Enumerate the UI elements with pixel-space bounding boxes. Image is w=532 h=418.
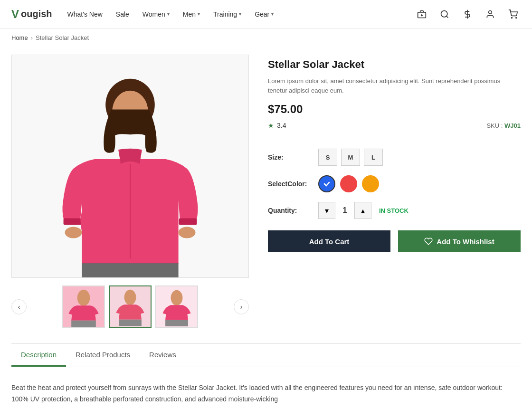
quantity-label: Quantity: (268, 207, 311, 214)
checkmark-icon (323, 180, 331, 188)
tab-description[interactable]: Description (11, 344, 66, 367)
color-options (318, 175, 379, 192)
thumbnail-2[interactable] (109, 285, 152, 328)
quantity-row: Quantity: ▾ 1 ▴ IN STOCK (268, 202, 521, 219)
tab-related-products[interactable]: Related Products (66, 344, 140, 367)
heart-icon (424, 237, 433, 246)
size-l-button[interactable]: L (364, 149, 383, 166)
breadcrumb-separator: › (31, 34, 33, 41)
product-layout: ‹ (0, 47, 532, 328)
sku-label: SKU : (486, 122, 504, 129)
thumbnail-1[interactable] (62, 285, 105, 328)
chevron-down-icon: ▾ (239, 11, 241, 17)
product-title: Stellar Solar Jacket (268, 58, 521, 71)
quantity-increase-button[interactable]: ▴ (354, 202, 371, 219)
nav-women[interactable]: Women ▾ (142, 10, 170, 18)
add-to-cart-button[interactable]: Add To Cart (268, 230, 390, 252)
store-icon (417, 10, 427, 19)
rating-value: 3.4 (277, 122, 286, 129)
color-blue-button[interactable] (318, 175, 335, 192)
thumbnail-3[interactable] (155, 285, 198, 328)
product-info: Stellar Solar Jacket Lorem ipsum dolor s… (268, 55, 521, 328)
user-icon (485, 10, 495, 19)
color-red-button[interactable] (340, 175, 357, 192)
breadcrumb-home[interactable]: Home (11, 34, 28, 41)
tabs-section: Description Related Products Reviews Bea… (11, 343, 521, 413)
size-option-row: Size: S M L (268, 149, 521, 166)
navbar: V ougish What's New Sale Women ▾ Men ▾ T… (0, 0, 532, 28)
color-option-row: SelectColor: (268, 175, 521, 192)
breadcrumb-current: Stellar Solar Jacket (36, 34, 89, 41)
thumbnail-3-image (156, 285, 197, 328)
prev-thumbnail-button[interactable]: ‹ (11, 299, 27, 314)
chevron-down-icon: ▾ (198, 11, 200, 17)
size-options: S M L (318, 149, 383, 166)
thumbnail-2-image (110, 285, 151, 328)
nav-gear[interactable]: Gear ▾ (255, 10, 274, 18)
tab-description-content: Beat the heat and protect yourself from … (11, 375, 521, 413)
product-rating: ★ 3.4 (268, 122, 286, 129)
thumbnail-1-image (63, 285, 104, 328)
dollar-icon (463, 10, 472, 19)
logo-text: ougish (21, 9, 52, 19)
svg-point-18 (179, 227, 196, 238)
chevron-down-icon: ▾ (167, 11, 170, 17)
quantity-value: 1 (339, 206, 351, 215)
thumbnails-row: ‹ (11, 285, 249, 328)
search-icon-button[interactable] (437, 7, 452, 22)
svg-rect-21 (71, 321, 96, 327)
svg-point-8 (516, 17, 517, 18)
color-label: SelectColor: (268, 180, 311, 188)
sku-value: WJ01 (504, 122, 521, 129)
store-icon-button[interactable] (414, 7, 429, 22)
svg-point-7 (512, 17, 513, 18)
svg-point-17 (65, 227, 82, 238)
product-sku: SKU : WJ01 (486, 122, 521, 129)
star-icon: ★ (268, 122, 274, 129)
product-image-illustration (12, 55, 248, 278)
nav-training[interactable]: Training ▾ (213, 10, 241, 18)
thumbnails-list (30, 285, 230, 328)
svg-point-20 (77, 290, 90, 306)
stock-status: IN STOCK (379, 207, 408, 214)
chevron-down-icon: ▾ (325, 206, 329, 215)
cart-icon (508, 10, 518, 19)
action-buttons: Add To Cart Add To Whishlist (268, 230, 521, 252)
size-s-button[interactable]: S (318, 149, 337, 166)
chevron-up-icon: ▴ (361, 206, 365, 215)
account-icon-button[interactable] (483, 7, 498, 22)
tabs-divider (11, 367, 521, 367)
logo[interactable]: V ougish (11, 8, 52, 21)
color-yellow-button[interactable] (362, 175, 379, 192)
nav-sale[interactable]: Sale (116, 10, 129, 18)
tab-reviews[interactable]: Reviews (140, 344, 186, 367)
product-price: $75.00 (268, 103, 521, 116)
svg-rect-24 (119, 320, 142, 326)
search-icon (440, 10, 449, 19)
size-label: Size: (268, 153, 311, 161)
product-gallery: ‹ (11, 55, 249, 328)
size-m-button[interactable]: M (341, 149, 360, 166)
svg-rect-16 (179, 218, 197, 225)
chevron-down-icon: ▾ (271, 11, 274, 17)
product-description: Lorem ipsum dolor sit, amet consectetur … (268, 76, 521, 95)
rating-sku-row: ★ 3.4 SKU : WJ01 (268, 122, 521, 137)
svg-point-6 (489, 10, 492, 14)
cart-icon-button[interactable] (505, 7, 521, 22)
wishlist-button-label: Add To Whishlist (437, 238, 494, 246)
quantity-controls: ▾ 1 ▴ IN STOCK (318, 202, 408, 219)
nav-whats-new[interactable]: What's New (67, 10, 103, 18)
svg-point-3 (441, 10, 447, 17)
svg-line-4 (446, 16, 448, 18)
nav-men[interactable]: Men ▾ (183, 10, 200, 18)
logo-v-icon: V (11, 8, 19, 21)
next-thumbnail-button[interactable]: › (234, 299, 249, 314)
svg-point-26 (171, 290, 183, 305)
nav-links: What's New Sale Women ▾ Men ▾ Training ▾… (67, 10, 414, 18)
currency-icon-button[interactable] (460, 7, 475, 22)
breadcrumb: Home › Stellar Solar Jacket (0, 28, 532, 47)
main-product-image (11, 55, 249, 278)
quantity-decrease-button[interactable]: ▾ (318, 202, 335, 219)
add-to-wishlist-button[interactable]: Add To Whishlist (398, 230, 521, 252)
nav-icons (414, 7, 521, 22)
